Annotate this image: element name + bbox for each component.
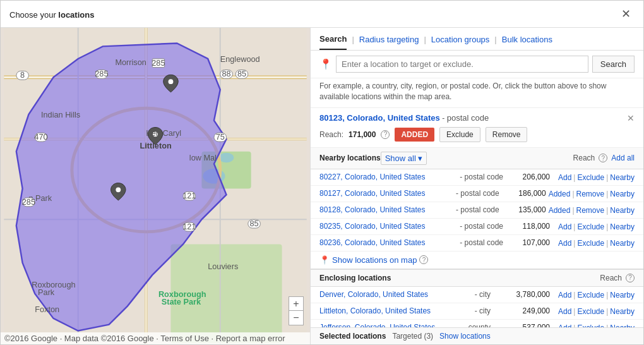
enc-actions: Add|Exclude|Nearby xyxy=(552,306,635,316)
nearby-actions: Added|Remove|Nearby xyxy=(549,205,635,215)
nearby-row: 80236, Colorado, United States - postal … xyxy=(311,235,643,251)
reach-value: 171,000 xyxy=(349,130,376,139)
show-locations-link[interactable]: Show locations xyxy=(439,332,491,341)
svg-text:low Mal: low Mal xyxy=(189,153,217,162)
chevron-down-icon: ▾ xyxy=(418,154,422,163)
svg-text:85: 85 xyxy=(237,69,246,78)
nearby-link[interactable]: Nearby xyxy=(610,222,635,231)
enc-name: Jefferson, Colorado, United States xyxy=(319,323,461,327)
show-map-help-icon[interactable]: ? xyxy=(419,255,428,264)
svg-text:285: 285 xyxy=(152,58,165,68)
nearby-reach: 135,000 xyxy=(502,205,546,214)
location-card: 80123, Colorado, United States - postal … xyxy=(311,108,643,148)
exclude-link[interactable]: Exclude xyxy=(577,173,604,182)
svg-text:8: 8 xyxy=(20,70,25,80)
map-section: Morrison Englewood Indian Hills Littleto… xyxy=(1,28,310,344)
nearby-link[interactable]: Nearby xyxy=(610,173,635,182)
svg-text:285: 285 xyxy=(95,69,108,78)
enclosing-row: Littleton, Colorado, United States - cit… xyxy=(311,303,643,320)
add-link[interactable]: Add xyxy=(558,239,571,248)
svg-text:Englewood: Englewood xyxy=(220,54,260,64)
exclude-button[interactable]: Exclude xyxy=(439,127,480,142)
nearby-loc-name: 80227, Colorado, United States xyxy=(319,172,457,181)
search-button[interactable]: Search xyxy=(592,56,635,73)
nearby-reach: 186,000 xyxy=(502,189,546,198)
remove-link[interactable]: Remove xyxy=(576,206,605,215)
enclosing-title: Enclosing locations xyxy=(319,274,391,282)
nearby-actions: Add|Exclude|Nearby xyxy=(552,172,635,182)
dialog-title: Choose your locations xyxy=(9,9,94,20)
exclude-link[interactable]: Exclude xyxy=(577,239,604,248)
svg-text:State Park: State Park xyxy=(162,297,201,306)
enc-reach: 3,780,000 xyxy=(493,290,550,299)
enc-exclude-link[interactable]: Exclude xyxy=(577,307,604,316)
added-link[interactable]: Added xyxy=(549,190,571,198)
add-link[interactable]: Add xyxy=(558,222,571,231)
nearby-loc-type: - postal code xyxy=(460,222,503,231)
svg-text:75: 75 xyxy=(216,132,225,142)
nearby-actions: Add|Exclude|Nearby xyxy=(552,238,635,248)
enc-exclude-link[interactable]: Exclude xyxy=(577,291,604,300)
nearby-reach: 118,000 xyxy=(506,222,550,231)
remove-button[interactable]: Remove xyxy=(486,127,528,142)
location-pin-icon: 📍 xyxy=(319,58,332,70)
tab-groups[interactable]: Location groups xyxy=(431,35,490,49)
svg-text:Ken Caryl: Ken Caryl xyxy=(146,128,181,138)
nearby-loc-type: - postal code xyxy=(456,189,499,198)
show-all-button[interactable]: Show all ▾ xyxy=(381,152,427,165)
enc-nearby-link[interactable]: Nearby xyxy=(610,291,635,300)
enc-name: Denver, Colorado, United States xyxy=(319,290,472,299)
remove-link[interactable]: Remove xyxy=(576,190,605,198)
enc-actions: Add|Exclude|Nearby xyxy=(552,323,635,327)
svg-text:470: 470 xyxy=(34,132,47,142)
added-link[interactable]: Added xyxy=(549,206,571,215)
location-card-header: 80123, Colorado, United States - postal … xyxy=(319,113,635,123)
svg-text:Littleton: Littleton xyxy=(140,141,172,150)
dialog-header: Choose your locations ✕ xyxy=(1,1,643,28)
nearby-loc-type: - postal code xyxy=(460,238,503,247)
add-all-button[interactable]: Add all xyxy=(611,154,635,162)
search-input[interactable] xyxy=(336,56,588,73)
dialog-body: Morrison Englewood Indian Hills Littleto… xyxy=(1,28,643,344)
map-attribution: ©2016 Google · Map data ©2016 Google · T… xyxy=(1,332,310,344)
zoom-out-button[interactable]: − xyxy=(289,311,303,325)
nearby-loc-name: 80235, Colorado, United States xyxy=(319,222,457,231)
enc-name: Littleton, Colorado, United States xyxy=(319,306,472,315)
enc-add-link[interactable]: Add xyxy=(558,291,571,300)
tab-search[interactable]: Search xyxy=(319,34,347,50)
enc-nearby-link[interactable]: Nearby xyxy=(610,307,635,316)
tabs-bar: Search | Radius targeting | Location gro… xyxy=(311,28,643,51)
show-map-link[interactable]: 📍 Show locations on map ? xyxy=(311,251,643,269)
location-dialog: Choose your locations ✕ xyxy=(0,0,644,345)
svg-text:121: 121 xyxy=(182,191,196,200)
location-card-close[interactable]: ✕ xyxy=(627,113,635,123)
status-added-button[interactable]: ADDED xyxy=(395,128,434,142)
enclosing-reach-help-icon[interactable]: ? xyxy=(626,274,635,282)
nearby-link[interactable]: Nearby xyxy=(610,239,635,248)
reach-help-icon[interactable]: ? xyxy=(381,130,390,139)
nearby-link[interactable]: Nearby xyxy=(610,206,635,215)
enc-type: - city xyxy=(475,290,491,299)
add-link[interactable]: Add xyxy=(558,173,571,182)
reach-nearby-help-icon[interactable]: ? xyxy=(599,154,607,162)
bottom-bar: Selected locations Targeted (3) Show loc… xyxy=(311,327,643,344)
nearby-reach: 206,000 xyxy=(506,172,550,181)
svg-text:121: 121 xyxy=(182,222,196,231)
exclude-link[interactable]: Exclude xyxy=(577,222,604,231)
svg-text:88: 88 xyxy=(222,69,230,78)
enc-type: - county xyxy=(463,323,491,327)
nearby-rows-container: 80227, Colorado, United States - postal … xyxy=(311,169,643,251)
nearby-row: 80227, Colorado, United States - postal … xyxy=(311,169,643,186)
map-pin-icon: 📍 xyxy=(319,255,330,265)
svg-text:285: 285 xyxy=(22,197,35,207)
reach-label: Reach: xyxy=(319,130,343,139)
tab-bulk[interactable]: Bulk locations xyxy=(502,35,552,49)
close-button[interactable]: ✕ xyxy=(617,7,635,21)
zoom-in-button[interactable]: + xyxy=(289,297,303,311)
targeted-badge: Targeted (3) xyxy=(392,332,433,341)
nearby-link[interactable]: Nearby xyxy=(610,190,635,198)
enc-add-link[interactable]: Add xyxy=(558,307,571,316)
nearby-row: 80127, Colorado, United States - postal … xyxy=(311,186,643,202)
tab-radius[interactable]: Radius targeting xyxy=(359,35,419,49)
nearby-reach: 107,000 xyxy=(506,238,550,247)
